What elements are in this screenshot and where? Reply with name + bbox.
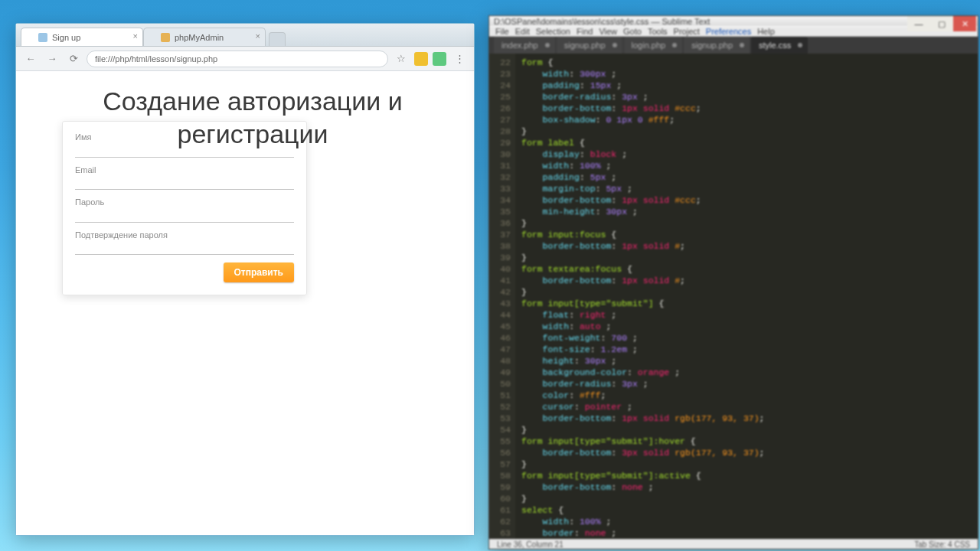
menu-help[interactable]: Help [757,27,775,36]
code-content[interactable]: form { width: 300px ; padding: 15px ; bo… [515,54,978,539]
menu-tools[interactable]: Tools [648,27,668,36]
page-icon [161,33,170,42]
new-tab-button[interactable] [269,32,286,46]
tab-title: phpMyAdmin [175,33,224,42]
label-password: Пароль [75,197,294,207]
editor-tab[interactable]: signup.php [684,37,750,54]
label-name: Имя [75,132,294,142]
editor-menubar: FileEditSelectionFindViewGotoToolsProjec… [489,26,978,37]
menu-goto[interactable]: Goto [623,27,642,36]
submit-button[interactable]: Отправить [224,262,294,282]
browser-window: Sign up × phpMyAdmin × ← → ⟳ file:///php… [15,23,475,536]
forward-icon[interactable]: → [44,51,60,67]
label-confirm: Подтверждение пароля [75,230,294,240]
submit-row: Отправить [75,262,294,282]
line-gutter: 22 23 24 25 26 27 28 29 30 31 32 33 34 3… [489,54,515,539]
title-line1: Создание авторизации и [103,86,402,116]
minimize-icon[interactable]: — [907,16,930,31]
url-text: file:///php/html/lesson/signup.php [95,54,217,64]
menu-edit[interactable]: Edit [515,27,530,36]
close-icon[interactable]: ✕ [953,16,976,31]
tab-close-icon[interactable] [672,43,677,47]
extension-icon[interactable] [433,52,446,66]
menu-selection[interactable]: Selection [536,27,570,36]
editor-statusbar: Line 36, Column 21 Tab Size: 4 CSS [489,539,978,549]
tab-close-icon[interactable] [545,43,550,47]
field-confirm: Подтверждение пароля [75,230,294,256]
tab-close-icon[interactable] [740,43,744,47]
menu-project[interactable]: Project [674,27,700,36]
editor-tab[interactable]: login.php [624,37,683,54]
browser-tab-active[interactable]: Sign up × [21,28,143,46]
input-confirm[interactable] [75,241,294,255]
input-email[interactable] [75,176,294,190]
back-icon[interactable]: ← [22,51,39,67]
close-icon[interactable]: × [256,31,260,41]
window-controls: — ▢ ✕ [907,16,976,33]
signup-form: Имя Email Пароль Подтверждение пароля От… [62,121,307,295]
close-icon[interactable]: × [133,31,138,41]
tab-close-icon[interactable] [798,43,802,47]
menu-preferences[interactable]: Preferences [706,27,751,36]
tab-close-icon[interactable] [612,43,617,47]
label-email: Email [75,165,294,174]
editor-tab[interactable]: signup.php [557,37,622,54]
maximize-icon[interactable]: ▢ [930,16,953,31]
code-area[interactable]: 22 23 24 25 26 27 28 29 30 31 32 33 34 3… [489,54,978,539]
editor-title: D:\OSPanel\domains\lesson\css\style.css … [494,17,710,26]
editor-tabstrip: index.phpsignup.phplogin.phpsignup.phpst… [489,37,978,54]
editor-window: D:\OSPanel\domains\lesson\css\style.css … [488,15,978,549]
status-left: Line 36, Column 21 [497,540,564,549]
menu-find[interactable]: Find [577,27,593,36]
editor-tab[interactable]: index.php [494,37,555,54]
field-email: Email [75,165,294,191]
reload-icon[interactable]: ⟳ [65,51,82,67]
page-viewport: Имя Email Пароль Подтверждение пароля От… [16,71,474,535]
browser-tab-inactive[interactable]: phpMyAdmin × [143,28,266,46]
star-icon[interactable]: ☆ [393,51,410,67]
editor-tab[interactable]: style.css [751,37,808,54]
input-password[interactable] [75,209,294,223]
menu-icon[interactable]: ⋮ [451,51,468,67]
page-icon [38,33,47,42]
field-name: Имя [75,132,294,158]
input-name[interactable] [75,144,294,158]
field-password: Пароль [75,197,294,223]
editor-titlebar[interactable]: D:\OSPanel\domains\lesson\css\style.css … [489,16,978,26]
address-bar: ← → ⟳ file:///php/html/lesson/signup.php… [16,47,474,71]
url-input[interactable]: file:///php/html/lesson/signup.php [87,51,388,67]
extension-icon[interactable] [414,52,428,66]
menu-file[interactable]: File [495,27,509,36]
menu-view[interactable]: View [599,27,617,36]
tab-title: Sign up [52,33,80,42]
browser-tabstrip: Sign up × phpMyAdmin × [16,24,474,47]
status-right: Tab Size: 4 CSS [914,540,970,549]
